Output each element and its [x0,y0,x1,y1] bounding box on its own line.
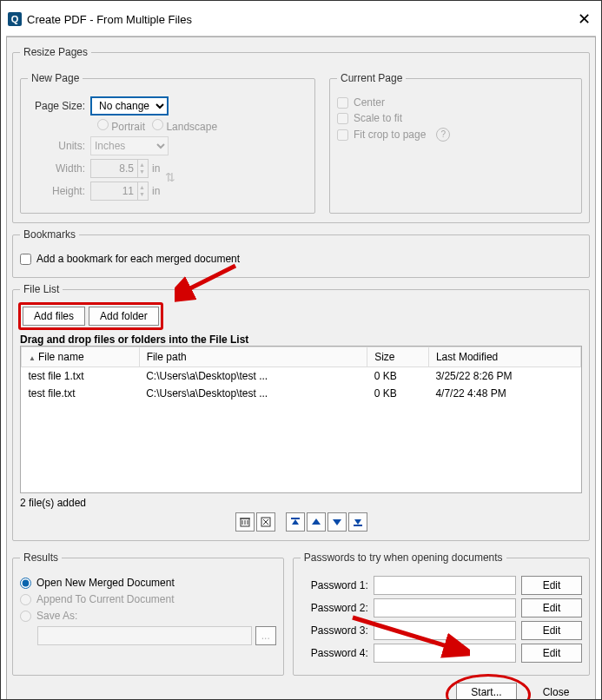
passwords-group: Passwords to try when opening documents … [293,551,590,676]
app-icon: Q [8,12,22,26]
append-radio [20,594,31,605]
pw2-input[interactable] [374,598,516,617]
pw4-label: Password 4: [301,647,368,659]
link-icon: ⇅ [165,170,175,184]
height-unit: in [152,185,160,197]
delete-icon[interactable] [235,512,255,532]
height-label: Height: [28,185,90,197]
resize-pages-legend: Resize Pages [20,46,91,58]
scale-checkbox [337,113,348,124]
page-size-label: Page Size: [28,100,90,112]
add-folder-button[interactable]: Add folder [89,307,159,326]
pw2-label: Password 2: [301,602,368,614]
new-page-group: New Page Page Size: No change Portrait L… [20,72,315,214]
help-icon[interactable]: ? [436,128,450,142]
svg-marker-9 [292,519,299,525]
svg-marker-12 [354,519,361,525]
center-label: Center [354,96,385,109]
units-label: Units: [28,140,90,152]
pw3-edit[interactable]: Edit [521,621,582,640]
col-size[interactable]: Size [367,347,429,367]
drag-hint: Drag and drop files or folders into the … [20,333,582,346]
file-list-group: File List Add files Add folder Drag and … [12,283,590,541]
portrait-radio [97,119,109,130]
landscape-label: Landscape [166,121,217,133]
units-select: Inches [90,136,169,155]
pw3-input[interactable] [374,621,516,640]
close-button[interactable]: Close [526,683,586,700]
pw2-edit[interactable]: Edit [521,598,582,617]
table-row[interactable]: test file 1.txt C:\Users\a\Desktop\test … [22,367,581,386]
landscape-radio [152,119,163,130]
clear-icon[interactable] [256,512,275,532]
page-size-select[interactable]: No change [90,96,169,116]
move-top-icon[interactable] [286,512,305,532]
current-page-group: Current Page Center Scale to fit Fit cro… [329,72,582,214]
saveas-radio [20,611,31,622]
open-new-label: Open New Merged Document [36,577,175,589]
browse-button: ... [255,626,276,645]
window-title: Create PDF - From Multiple Files [27,13,565,26]
pw4-edit[interactable]: Edit [521,644,582,663]
height-input [90,182,138,201]
width-spinner: ▲▼ [136,159,149,178]
pw1-edit[interactable]: Edit [521,576,582,595]
close-icon[interactable]: ✕ [565,10,591,29]
new-page-legend: New Page [28,72,83,84]
file-table[interactable]: ▲File name File path Size Last Modified … [20,346,582,493]
pw4-input[interactable] [374,644,516,663]
fitcrop-checkbox [337,129,348,141]
table-row[interactable]: test file.txt C:\Users\a\Desktop\test ..… [22,385,581,402]
scale-label: Scale to fit [354,112,402,124]
height-spinner: ▲▼ [136,182,149,201]
width-unit: in [152,162,160,175]
pw1-label: Password 1: [301,579,368,591]
move-bottom-icon[interactable] [348,512,367,532]
file-list-legend: File List [20,283,63,295]
start-button[interactable]: Start... [456,683,517,700]
portrait-label: Portrait [111,121,145,133]
move-up-icon[interactable] [307,512,326,532]
bookmarks-legend: Bookmarks [20,228,79,241]
resize-pages-group: Resize Pages New Page Page Size: No chan… [12,46,590,223]
add-files-button[interactable]: Add files [23,307,85,326]
col-modified[interactable]: Last Modified [428,347,580,367]
bookmark-label: Add a bookmark for each merged document [36,253,240,265]
fitcrop-label: Fit crop to page [354,129,426,141]
passwords-legend: Passwords to try when opening documents [301,551,506,564]
center-checkbox [337,97,348,109]
file-count-status: 2 file(s) added [20,497,582,509]
open-new-radio[interactable] [20,578,31,589]
bookmark-checkbox[interactable] [20,254,31,265]
svg-marker-10 [312,518,321,525]
saveas-label: Save As: [36,610,77,622]
col-name[interactable]: ▲File name [22,347,140,367]
svg-marker-11 [333,519,341,525]
width-label: Width: [28,162,90,175]
results-group: Results Open New Merged Document Append … [12,551,284,676]
append-label: Append To Current Document [36,593,175,605]
results-legend: Results [20,551,62,564]
bookmarks-group: Bookmarks Add a bookmark for each merged… [12,228,590,278]
pw1-input[interactable] [374,576,516,595]
move-down-icon[interactable] [327,512,347,532]
pw3-label: Password 3: [301,624,368,637]
col-path[interactable]: File path [139,347,367,367]
current-page-legend: Current Page [337,72,406,84]
saveas-input [37,626,252,645]
width-input [90,159,138,178]
